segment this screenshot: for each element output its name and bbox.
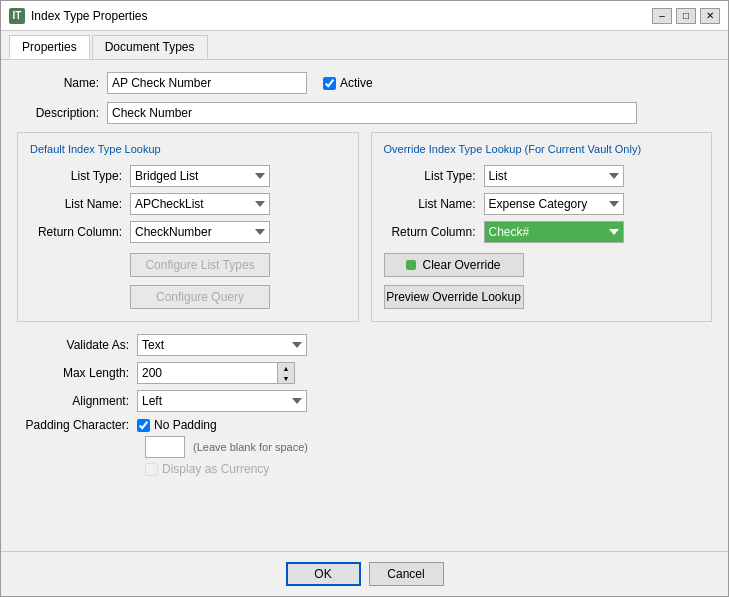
default-return-col-row: Return Column: CheckNumber xyxy=(30,221,346,243)
name-row: Name: Active xyxy=(17,72,712,94)
padding-char-label: Padding Character: xyxy=(17,418,137,432)
content-area: Name: Active Description: Default Index … xyxy=(1,60,728,551)
max-length-input[interactable] xyxy=(137,362,277,384)
override-panel-buttons: Clear Override Preview Override Lookup xyxy=(384,249,700,309)
default-panel: Default Index Type Lookup List Type: Bri… xyxy=(17,132,359,322)
description-label: Description: xyxy=(17,106,107,120)
override-return-col-row: Return Column: Check# xyxy=(384,221,700,243)
tab-document-types[interactable]: Document Types xyxy=(92,35,208,59)
padding-hint: (Leave blank for space) xyxy=(193,441,308,453)
active-checkbox-label: Active xyxy=(323,76,373,90)
alignment-row: Alignment: Left Center Right xyxy=(17,390,712,412)
description-row: Description: xyxy=(17,102,712,124)
tab-properties[interactable]: Properties xyxy=(9,35,90,59)
override-list-name-label: List Name: xyxy=(384,197,484,211)
padding-char-input-row: (Leave blank for space) xyxy=(17,436,712,458)
validate-as-label: Validate As: xyxy=(17,338,137,352)
default-panel-title: Default Index Type Lookup xyxy=(30,143,346,155)
green-dot-icon xyxy=(406,260,416,270)
display-currency-label: Display as Currency xyxy=(162,462,269,476)
default-return-col-label: Return Column: xyxy=(30,225,130,239)
title-controls: – □ ✕ xyxy=(652,8,720,24)
ok-button[interactable]: OK xyxy=(286,562,361,586)
name-label: Name: xyxy=(17,76,107,90)
override-panel: Override Index Type Lookup (For Current … xyxy=(371,132,713,322)
padding-char-row: Padding Character: No Padding xyxy=(17,418,712,432)
default-list-name-row: List Name: APCheckList xyxy=(30,193,346,215)
configure-query-button[interactable]: Configure Query xyxy=(130,285,270,309)
no-padding-checkbox[interactable] xyxy=(137,419,150,432)
display-currency-row: Display as Currency xyxy=(17,462,712,476)
override-return-col-label: Return Column: xyxy=(384,225,484,239)
max-length-label: Max Length: xyxy=(17,366,137,380)
spinner-down-button[interactable]: ▼ xyxy=(278,373,294,383)
panels-row: Default Index Type Lookup List Type: Bri… xyxy=(17,132,712,322)
clear-override-button[interactable]: Clear Override xyxy=(384,253,524,277)
no-padding-label: No Padding xyxy=(137,418,217,432)
padding-char-input[interactable] xyxy=(145,436,185,458)
main-window: IT Index Type Properties – □ ✕ Propertie… xyxy=(0,0,729,597)
maximize-button[interactable]: □ xyxy=(676,8,696,24)
alignment-label: Alignment: xyxy=(17,394,137,408)
configure-list-types-button[interactable]: Configure List Types xyxy=(130,253,270,277)
alignment-select[interactable]: Left Center Right xyxy=(137,390,307,412)
footer: OK Cancel xyxy=(1,551,728,596)
spinner-controls: ▲ ▼ xyxy=(277,362,295,384)
validate-as-select[interactable]: Text Number Date Currency xyxy=(137,334,307,356)
spinner-up-button[interactable]: ▲ xyxy=(278,363,294,373)
validate-section: Validate As: Text Number Date Currency M… xyxy=(17,334,712,476)
window-title: Index Type Properties xyxy=(31,9,148,23)
default-panel-buttons: Configure List Types Configure Query xyxy=(30,249,346,309)
default-list-type-row: List Type: Bridged List List None xyxy=(30,165,346,187)
display-currency-checkbox[interactable] xyxy=(145,463,158,476)
cancel-button[interactable]: Cancel xyxy=(369,562,444,586)
override-list-name-select[interactable]: Expense Category xyxy=(484,193,624,215)
max-length-spinner: ▲ ▼ xyxy=(137,362,295,384)
close-button[interactable]: ✕ xyxy=(700,8,720,24)
preview-override-button[interactable]: Preview Override Lookup xyxy=(384,285,524,309)
override-list-type-row: List Type: List Bridged List None xyxy=(384,165,700,187)
default-return-col-select[interactable]: CheckNumber xyxy=(130,221,270,243)
tabs-bar: Properties Document Types xyxy=(1,31,728,60)
override-list-name-row: List Name: Expense Category xyxy=(384,193,700,215)
minimize-button[interactable]: – xyxy=(652,8,672,24)
default-list-name-select[interactable]: APCheckList xyxy=(130,193,270,215)
override-list-type-label: List Type: xyxy=(384,169,484,183)
clear-override-label: Clear Override xyxy=(422,258,500,272)
validate-as-row: Validate As: Text Number Date Currency xyxy=(17,334,712,356)
max-length-row: Max Length: ▲ ▼ xyxy=(17,362,712,384)
override-return-col-select[interactable]: Check# xyxy=(484,221,624,243)
title-left: IT Index Type Properties xyxy=(9,8,148,24)
no-padding-text: No Padding xyxy=(154,418,217,432)
default-list-type-label: List Type: xyxy=(30,169,130,183)
active-checkbox[interactable] xyxy=(323,77,336,90)
description-input[interactable] xyxy=(107,102,637,124)
override-panel-title: Override Index Type Lookup (For Current … xyxy=(384,143,700,155)
default-list-name-label: List Name: xyxy=(30,197,130,211)
default-list-type-select[interactable]: Bridged List List None xyxy=(130,165,270,187)
title-bar: IT Index Type Properties – □ ✕ xyxy=(1,1,728,31)
active-label: Active xyxy=(340,76,373,90)
name-input[interactable] xyxy=(107,72,307,94)
override-list-type-select[interactable]: List Bridged List None xyxy=(484,165,624,187)
app-icon: IT xyxy=(9,8,25,24)
